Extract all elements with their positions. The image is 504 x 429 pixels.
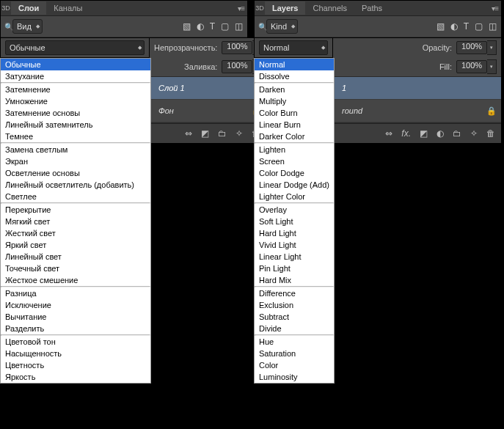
layer-name[interactable]: Слой 1: [154, 84, 262, 92]
layer-row[interactable]: round 🔒: [333, 100, 501, 122]
filter-adjust-icon[interactable]: ◐: [450, 21, 458, 32]
link-layers-icon[interactable]: ⇔: [385, 128, 392, 139]
blend-mode-option[interactable]: Saturation: [255, 348, 334, 359]
filter-type-icon[interactable]: T: [464, 21, 469, 32]
tab-paths[interactable]: Paths: [354, 1, 390, 15]
blend-mode-option[interactable]: Линейный осветлитель (добавить): [1, 179, 150, 191]
blend-mode-option[interactable]: Color: [255, 359, 334, 371]
blend-mode-option[interactable]: Обычные: [1, 59, 150, 70]
blend-mode-option[interactable]: Multiply: [255, 95, 334, 107]
blend-mode-select[interactable]: Обычные: [5, 40, 145, 55]
blend-mode-option[interactable]: Линейный затемнитель: [1, 119, 150, 131]
flyout-menu-icon[interactable]: ▾≡: [238, 4, 244, 12]
blend-mode-option[interactable]: Normal: [255, 59, 334, 70]
blend-mode-option[interactable]: Затемнение: [1, 84, 150, 95]
fx-icon[interactable]: fx.: [401, 128, 411, 139]
blend-mode-option[interactable]: Перекрытие: [1, 204, 150, 216]
blend-mode-option[interactable]: Exclusion: [255, 299, 334, 311]
adjustment-icon[interactable]: ◐: [437, 128, 444, 139]
blend-mode-option[interactable]: Темнее: [1, 131, 150, 142]
blend-mode-option[interactable]: Screen: [255, 155, 334, 167]
filter-kind-select[interactable]: Вид: [12, 19, 43, 34]
opacity-slider-icon[interactable]: ▾: [487, 40, 497, 55]
blend-mode-option[interactable]: Luminosity: [255, 371, 334, 383]
layer-row[interactable]: 1: [333, 77, 501, 100]
blend-mode-option[interactable]: Вычитание: [1, 311, 150, 323]
blend-mode-option[interactable]: Цветность: [1, 359, 150, 371]
blend-mode-option[interactable]: Экран: [1, 155, 150, 167]
filter-shape-icon[interactable]: ▢: [475, 21, 483, 32]
filter-smart-icon[interactable]: ◫: [489, 21, 497, 32]
trash-icon[interactable]: 🗑: [486, 128, 495, 139]
tab-channels[interactable]: Каналы: [46, 1, 90, 15]
blend-mode-option[interactable]: Darken: [255, 84, 334, 95]
blend-mode-option[interactable]: Dissolve: [255, 70, 334, 82]
tab-3d[interactable]: 3D: [1, 4, 11, 12]
blend-mode-option[interactable]: Linear Burn: [255, 119, 334, 131]
blend-mode-option[interactable]: Точечный свет: [1, 263, 150, 274]
opacity-input[interactable]: 100%: [222, 41, 252, 54]
blend-mode-option[interactable]: Linear Dodge (Add): [255, 179, 334, 191]
new-group-icon[interactable]: 🗀: [453, 128, 461, 139]
mask-icon[interactable]: ◩: [201, 128, 209, 139]
blend-mode-option[interactable]: Осветление основы: [1, 167, 150, 179]
filter-adjust-icon[interactable]: ◐: [197, 21, 204, 32]
blend-mode-option[interactable]: Умножение: [1, 95, 150, 107]
blend-mode-option[interactable]: Насыщенность: [1, 348, 150, 359]
layer-name[interactable]: Фон: [154, 106, 252, 115]
link-layers-icon[interactable]: ⇔: [185, 128, 192, 139]
layer-row[interactable]: Слой 1: [150, 77, 266, 100]
blend-mode-option[interactable]: Цветовой тон: [1, 336, 150, 348]
blend-mode-option[interactable]: Lighten: [255, 144, 334, 155]
filter-smart-icon[interactable]: ◫: [235, 21, 243, 32]
new-group-icon[interactable]: 🗀: [218, 128, 227, 139]
filter-type-icon[interactable]: T: [210, 21, 215, 32]
tab-3d[interactable]: 3D: [255, 4, 265, 12]
blend-mode-dropdown[interactable]: NormalDissolveDarkenMultiplyColor BurnLi…: [254, 58, 335, 384]
blend-mode-option[interactable]: Hard Mix: [255, 274, 334, 286]
blend-mode-dropdown[interactable]: ОбычныеЗатуханиеЗатемнениеУмножениеЗатем…: [0, 58, 151, 384]
fill-input[interactable]: 100%: [456, 60, 487, 73]
new-layer-icon[interactable]: ✧: [470, 128, 478, 139]
blend-mode-option[interactable]: Исключение: [1, 299, 150, 311]
blend-mode-option[interactable]: Difference: [255, 287, 334, 299]
blend-mode-option[interactable]: Divide: [255, 323, 334, 334]
blend-mode-option[interactable]: Жесткий свет: [1, 227, 150, 239]
blend-mode-option[interactable]: Vivid Light: [255, 239, 334, 251]
blend-mode-option[interactable]: Hard Light: [255, 227, 334, 239]
blend-mode-option[interactable]: Затемнение основы: [1, 107, 150, 119]
tab-layers[interactable]: Layers: [265, 1, 305, 15]
layer-row[interactable]: Фон 🔒: [150, 100, 266, 122]
filter-kind-select[interactable]: Kind: [266, 19, 298, 34]
tab-layers[interactable]: Слои: [11, 1, 46, 15]
blend-mode-option[interactable]: Soft Light: [255, 216, 334, 227]
blend-mode-option[interactable]: Subtract: [255, 311, 334, 323]
blend-mode-option[interactable]: Затухание: [1, 70, 150, 82]
fill-input[interactable]: 100%: [222, 60, 252, 73]
blend-mode-select[interactable]: Normal: [259, 40, 328, 55]
layer-name[interactable]: round: [337, 106, 486, 115]
layer-name[interactable]: 1: [337, 84, 497, 92]
blend-mode-option[interactable]: Color Dodge: [255, 167, 334, 179]
blend-mode-option[interactable]: Мягкий свет: [1, 216, 150, 227]
fill-slider-icon[interactable]: ▾: [487, 59, 497, 74]
blend-mode-option[interactable]: Замена светлым: [1, 144, 150, 155]
blend-mode-option[interactable]: Darker Color: [255, 131, 334, 142]
blend-mode-option[interactable]: Hue: [255, 336, 334, 348]
blend-mode-option[interactable]: Разница: [1, 287, 150, 299]
blend-mode-option[interactable]: Яркий свет: [1, 239, 150, 251]
blend-mode-option[interactable]: Жесткое смешение: [1, 274, 150, 286]
blend-mode-option[interactable]: Color Burn: [255, 107, 334, 119]
blend-mode-option[interactable]: Lighter Color: [255, 191, 334, 202]
blend-mode-option[interactable]: Линейный свет: [1, 251, 150, 263]
tab-channels[interactable]: Channels: [305, 1, 354, 15]
filter-pixel-icon[interactable]: ▧: [437, 21, 445, 32]
filter-shape-icon[interactable]: ▢: [221, 21, 229, 32]
blend-mode-option[interactable]: Linear Light: [255, 251, 334, 263]
mask-icon[interactable]: ◩: [420, 128, 428, 139]
filter-pixel-icon[interactable]: ▧: [183, 21, 191, 32]
blend-mode-option[interactable]: Overlay: [255, 204, 334, 216]
blend-mode-option[interactable]: Разделить: [1, 323, 150, 334]
blend-mode-option[interactable]: Светлее: [1, 191, 150, 202]
blend-mode-option[interactable]: Pin Light: [255, 263, 334, 274]
